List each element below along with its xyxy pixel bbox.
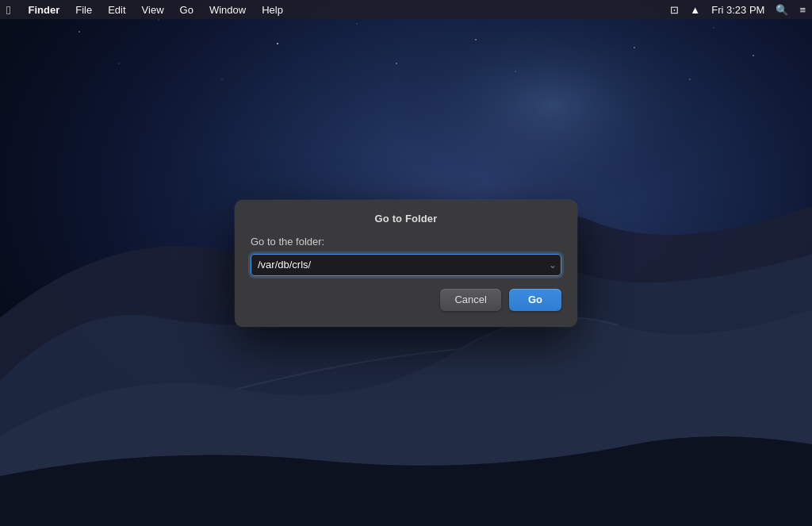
folder-path-input[interactable] — [251, 254, 561, 276]
go-to-folder-dialog: Go to Folder Go to the folder: ⌄ Cancel … — [235, 200, 577, 327]
folder-label: Go to the folder: — [251, 236, 561, 248]
dialog-overlay: Go to Folder Go to the folder: ⌄ Cancel … — [0, 0, 812, 526]
dialog-buttons: Cancel Go — [251, 289, 561, 311]
input-container: ⌄ — [251, 254, 561, 276]
dialog-title: Go to Folder — [251, 213, 561, 225]
go-button[interactable]: Go — [509, 289, 561, 311]
cancel-button[interactable]: Cancel — [440, 289, 500, 311]
